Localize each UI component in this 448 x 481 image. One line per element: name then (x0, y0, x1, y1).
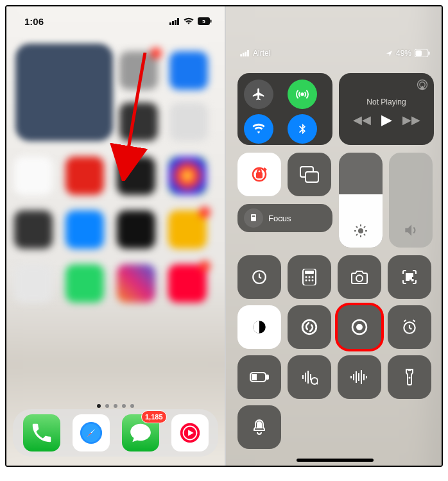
messages-badge: 1,185 (141, 410, 167, 423)
orientation-lock-toggle[interactable] (237, 153, 281, 196)
app-icon[interactable] (169, 103, 208, 141)
shazam-button[interactable] (288, 305, 331, 349)
app-icon[interactable] (14, 156, 53, 195)
media-title: Not Playing (366, 97, 406, 106)
screen-record-button[interactable] (338, 305, 381, 349)
airplane-mode-toggle[interactable] (244, 80, 273, 109)
cellular-data-toggle[interactable] (288, 80, 317, 109)
status-indicators: 5 (169, 17, 212, 25)
page-dots[interactable] (6, 404, 225, 408)
svg-rect-47 (410, 274, 413, 276)
svg-rect-57 (266, 375, 268, 379)
svg-line-33 (364, 234, 365, 235)
focus-button[interactable]: Focus (237, 204, 332, 232)
svg-rect-38 (305, 271, 314, 274)
battery-icon: 5 (198, 17, 212, 25)
svg-point-27 (358, 228, 363, 233)
safari-app-icon[interactable] (73, 414, 110, 451)
messages-app-icon[interactable]: 1,185 (122, 414, 159, 451)
svg-rect-65 (350, 376, 352, 378)
svg-rect-25 (251, 214, 256, 221)
camera-button[interactable] (338, 255, 381, 299)
app-icon[interactable] (168, 156, 207, 195)
annotation-arrow (100, 53, 158, 181)
svg-point-45 (356, 275, 363, 282)
instagram-icon[interactable] (117, 264, 155, 303)
airplay-icon[interactable] (416, 78, 429, 91)
svg-point-43 (309, 280, 311, 282)
next-track-button[interactable]: ▶▶ (402, 113, 420, 127)
svg-line-35 (364, 226, 365, 228)
appstore-icon[interactable] (65, 210, 104, 249)
svg-rect-71 (366, 376, 367, 378)
battery-icon (415, 49, 430, 57)
svg-point-72 (409, 377, 411, 379)
svg-rect-11 (240, 54, 242, 56)
alarm-button[interactable] (388, 305, 431, 349)
svg-point-52 (302, 320, 316, 334)
svg-line-34 (356, 234, 358, 235)
dark-mode-toggle[interactable] (237, 305, 281, 349)
facebook-icon[interactable] (169, 51, 208, 90)
svg-rect-12 (243, 53, 245, 56)
volume-slider[interactable] (389, 153, 433, 248)
svg-point-18 (301, 93, 304, 96)
svg-rect-26 (252, 215, 255, 217)
svg-rect-66 (353, 374, 354, 380)
focus-icon (244, 208, 263, 228)
bluetooth-toggle[interactable] (288, 114, 317, 144)
timer-button[interactable] (237, 255, 281, 299)
svg-point-40 (309, 276, 311, 278)
home-widget[interactable] (15, 44, 113, 141)
youtube-music-icon[interactable] (171, 414, 209, 451)
svg-rect-5 (211, 20, 212, 23)
silent-mode-toggle[interactable] (237, 405, 281, 449)
svg-rect-46 (406, 274, 409, 276)
music-recognition-button[interactable] (288, 355, 331, 399)
svg-rect-48 (406, 278, 409, 280)
flashlight-button[interactable] (388, 355, 431, 399)
svg-rect-2 (175, 20, 177, 25)
connectivity-group (237, 73, 332, 145)
svg-point-44 (312, 280, 314, 282)
svg-rect-16 (416, 51, 422, 56)
sound-recognition-button[interactable] (338, 355, 381, 399)
svg-rect-70 (363, 374, 365, 380)
control-center: Airtel 49% (226, 6, 443, 466)
svg-rect-73 (408, 370, 411, 371)
svg-rect-22 (257, 173, 262, 178)
app-icon[interactable] (117, 210, 155, 249)
svg-rect-24 (306, 172, 318, 182)
svg-point-39 (306, 276, 307, 278)
prev-track-button[interactable]: ◀◀ (353, 113, 371, 127)
svg-line-32 (356, 226, 358, 228)
calculator-button[interactable] (288, 255, 331, 299)
svg-rect-61 (307, 371, 309, 384)
app-icon[interactable] (65, 156, 104, 195)
app-icon[interactable] (168, 210, 207, 249)
app-icon[interactable] (168, 264, 207, 303)
svg-rect-69 (361, 370, 362, 384)
phone-app-icon[interactable] (23, 414, 60, 451)
low-power-mode-toggle[interactable] (237, 355, 281, 399)
svg-rect-13 (245, 52, 247, 56)
play-button[interactable]: ▶ (381, 112, 392, 128)
media-tile[interactable]: Not Playing ◀◀ ▶ ▶▶ (339, 73, 434, 145)
svg-rect-59 (302, 375, 304, 379)
app-icon[interactable] (14, 210, 53, 249)
svg-rect-3 (177, 18, 179, 25)
app-icon[interactable] (14, 264, 53, 303)
whatsapp-icon[interactable] (65, 264, 104, 303)
svg-rect-60 (305, 373, 306, 382)
volume-icon (402, 222, 419, 239)
wifi-toggle[interactable] (244, 114, 273, 144)
home-indicator[interactable] (297, 459, 374, 462)
svg-rect-49 (410, 278, 411, 279)
svg-rect-67 (356, 371, 357, 383)
brightness-slider[interactable] (339, 153, 383, 248)
battery-pct: 49% (396, 49, 411, 58)
cellular-icon (169, 18, 180, 25)
qr-scanner-button[interactable] (388, 255, 431, 299)
screen-mirroring-button[interactable] (288, 153, 331, 196)
svg-point-54 (356, 324, 363, 330)
